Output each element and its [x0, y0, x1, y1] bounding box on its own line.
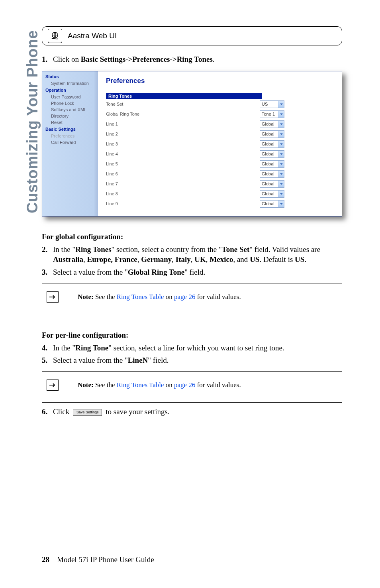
line-row: Line 8Global	[106, 189, 335, 199]
global-config-heading: For global configuration:	[42, 232, 342, 241]
global-ring-select[interactable]: Tone 1	[260, 110, 284, 118]
t: LineN	[128, 356, 148, 364]
web-ui-header: Aastra Web UI	[42, 26, 342, 45]
step-4: 4. In the "Ring Tone" section, select a …	[42, 343, 342, 353]
t: " field	[148, 356, 166, 364]
line-select[interactable]: Global	[260, 200, 284, 208]
line-select[interactable]: Global	[260, 160, 284, 168]
line-select[interactable]: Global	[260, 140, 284, 148]
page-footer: 28 Model 57i IP Phone User Guide	[42, 555, 154, 564]
global-ring-row: Global Ring Tone Tone 1	[106, 109, 335, 119]
line-label: Line 7	[106, 181, 260, 186]
t: " field	[184, 268, 203, 276]
t: UK	[194, 255, 206, 264]
line-value: Global	[260, 171, 278, 177]
line-label: Line 1	[106, 122, 260, 126]
line-value: Global	[260, 151, 278, 157]
tone-set-label: Tone Set	[106, 102, 260, 106]
t: Select a value from the "	[53, 356, 128, 364]
t: See the	[94, 381, 117, 389]
line-row: Line 4Global	[106, 149, 335, 159]
chevron-down-icon	[278, 171, 284, 177]
preferences-screenshot: Status System Information Operation User…	[42, 71, 342, 216]
nav-operation[interactable]: Operation	[42, 87, 98, 94]
nav-softkeys-xml[interactable]: Softkeys and XML	[42, 106, 98, 113]
t: Ring Tones	[75, 245, 111, 254]
period: .	[213, 55, 215, 63]
t: Italy	[176, 255, 191, 264]
t: . Default is	[259, 255, 295, 264]
step-text: Click on	[53, 55, 81, 63]
nav-directory[interactable]: Directory	[42, 113, 98, 119]
t: In the "	[53, 344, 75, 352]
t: to save your settings.	[104, 407, 169, 416]
nav-call-forward[interactable]: Call Forward	[42, 139, 98, 146]
chevron-down-icon	[278, 111, 284, 118]
nav-preferences[interactable]: Preferences	[42, 133, 98, 139]
step-number: 3.	[42, 267, 53, 277]
chevron-down-icon	[278, 201, 284, 207]
nav-system-info[interactable]: System Information	[42, 80, 98, 87]
step-6: 6. Click Save Settings to save your sett…	[42, 407, 342, 417]
step-3: 3. Select a value from the "Global Ring …	[42, 267, 342, 277]
web-ui-label: Aastra Web UI	[68, 31, 117, 40]
line-row: Line 3Global	[106, 139, 335, 149]
ring-tones-table-link[interactable]: Ring Tones Table	[117, 293, 164, 301]
t: Global Ring Tone	[128, 268, 185, 276]
chevron-down-icon	[278, 181, 284, 187]
t: " field. Valid values are	[249, 245, 320, 254]
arrow-right-icon	[47, 380, 59, 391]
page-26-link[interactable]: page 26	[174, 293, 195, 301]
line-select[interactable]: Global	[260, 190, 284, 198]
line-select[interactable]: Global	[260, 130, 284, 138]
t: Germany	[141, 255, 172, 264]
nav-status[interactable]: Status	[42, 73, 98, 80]
nav-phone-lock[interactable]: Phone Lock	[42, 100, 98, 106]
step-2: 2. In the "Ring Tones" section, select a…	[42, 244, 342, 265]
line-select[interactable]: Global	[260, 180, 284, 188]
t: ,	[206, 255, 210, 264]
t: Europe, France	[87, 255, 137, 264]
line-value: Global	[260, 191, 278, 197]
line-select[interactable]: Global	[260, 170, 284, 178]
t: .	[304, 255, 306, 264]
page-26-link[interactable]: page 26	[174, 381, 195, 389]
footer-text: Model 57i IP Phone User Guide	[57, 555, 154, 564]
line-label: Line 2	[106, 132, 260, 136]
t: for valid values.	[195, 381, 241, 389]
step-number: 2.	[42, 244, 53, 265]
line-select[interactable]: Global	[260, 120, 284, 128]
nav-reset[interactable]: Reset	[42, 119, 98, 126]
divider	[42, 402, 342, 403]
save-settings-button[interactable]: Save Settings	[73, 409, 102, 415]
line-select[interactable]: Global	[260, 150, 284, 158]
line-label: Line 9	[106, 201, 260, 206]
line-label: Line 5	[106, 161, 260, 166]
chevron-down-icon	[278, 121, 284, 128]
arrow-right-icon	[47, 291, 59, 303]
step-5: 5. Select a value from the "LineN" field…	[42, 355, 342, 366]
ring-tones-section-bar: Ring Tones	[106, 93, 262, 99]
nav-basic-settings[interactable]: Basic Settings	[42, 126, 98, 133]
ring-tones-table-link[interactable]: Ring Tones Table	[117, 381, 164, 389]
t: .	[167, 356, 169, 364]
t: Ring Tone	[75, 344, 108, 352]
chevron-down-icon	[278, 131, 284, 138]
line-row: Line 6Global	[106, 169, 335, 179]
globe-hand-icon	[48, 29, 62, 43]
nav-pane: Status System Information Operation User…	[42, 71, 98, 216]
perline-config-heading: For per-line configuration:	[42, 331, 342, 340]
tone-set-select[interactable]: US	[260, 100, 284, 108]
step-number: 5.	[42, 355, 53, 366]
line-value: Global	[260, 181, 278, 187]
tone-set-row: Tone Set US	[106, 99, 335, 109]
nav-user-password[interactable]: User Password	[42, 94, 98, 100]
preferences-title: Preferences	[106, 77, 335, 85]
chevron-down-icon	[278, 151, 284, 157]
chevron-down-icon	[278, 101, 284, 108]
chevron-down-icon	[278, 161, 284, 167]
t: See the	[94, 293, 117, 301]
t: Tone Set	[222, 245, 250, 254]
t: US	[250, 255, 259, 264]
line-value: Global	[260, 201, 278, 207]
